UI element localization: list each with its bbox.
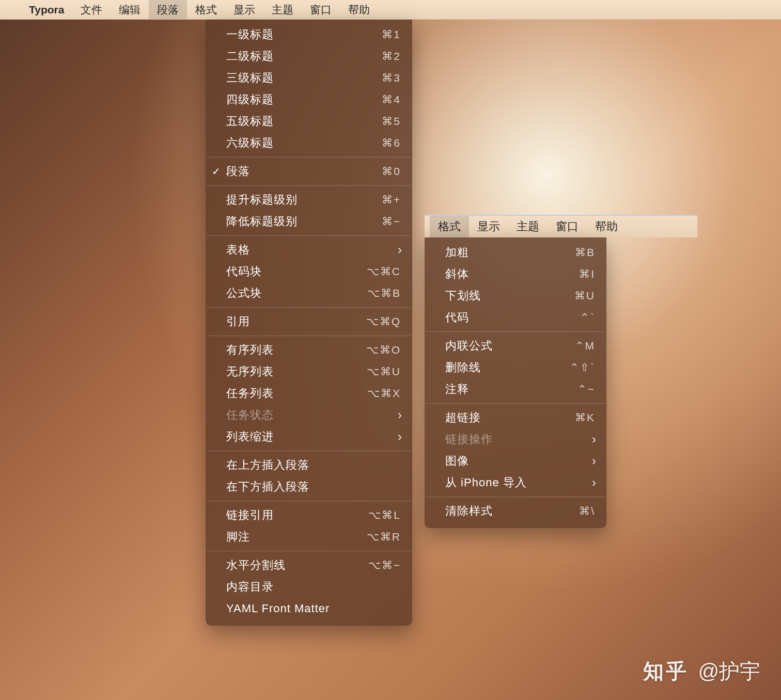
paragraph-menu-item[interactable]: 三级标题⌘3 [206,67,412,89]
paragraph-menu-item-label: 在下方插入段落 [226,479,401,495]
check-icon: ✓ [212,165,221,178]
format-menu-separator [426,403,605,404]
paragraph-menu-item[interactable]: 列表缩进 [206,426,412,448]
shortcut-label: ⌘1 [382,28,401,41]
paragraph-menu-item[interactable]: 水平分割线⌥⌘− [206,554,412,576]
shortcut-label: ⌃⇧` [570,361,595,374]
mini-menubar-item-help[interactable]: 帮助 [587,216,626,237]
paragraph-menu-item-label: 脚注 [226,529,367,545]
format-menu-item-label: 内联公式 [445,338,575,354]
watermark: 知乎 @护宇 [643,657,760,686]
paragraph-menu-item-label: 提升标题级别 [226,192,382,208]
format-menu-item[interactable]: 图像 [425,450,606,472]
paragraph-menu-item[interactable]: 四级标题⌘4 [206,89,412,110]
paragraph-menu-item[interactable]: 六级标题⌘6 [206,132,412,154]
shortcut-label: ⌥⌘C [367,265,401,278]
shortcut-label: ⌥⌘X [367,387,401,400]
paragraph-menu-separator [207,235,411,236]
paragraph-menu-item[interactable]: ✓段落⌘0 [206,161,412,182]
paragraph-menu-item[interactable]: 脚注⌥⌘R [206,526,412,548]
format-menu-item-label: 清除样式 [445,503,579,519]
mini-menubar-item-format[interactable]: 格式 [430,216,469,237]
watermark-author: @护宇 [698,657,760,686]
paragraph-menu-item-label: 三级标题 [226,70,382,86]
paragraph-menu-item[interactable]: 有序列表⌥⌘O [206,339,412,361]
format-menu-item-label: 加粗 [445,245,575,260]
paragraph-menu-item[interactable]: 在下方插入段落 [206,476,412,498]
paragraph-menu-item-label: 水平分割线 [226,558,368,573]
paragraph-menu-item[interactable]: 内容目录 [206,576,412,598]
format-menu-separator [426,331,605,332]
format-menu-item-label: 从 iPhone 导入 [445,475,595,490]
paragraph-menu-item-label: 引用 [226,314,366,329]
paragraph-menu-item-label: 任务状态 [226,407,401,423]
menubar-item-file[interactable]: 文件 [72,0,111,19]
menubar-item-paragraph[interactable]: 段落 [149,0,187,19]
shortcut-label: ⌘3 [382,72,401,84]
paragraph-menu-item-label: 二级标题 [226,49,382,64]
format-menu-item-label: 删除线 [445,360,570,375]
paragraph-menu-item-label: 五级标题 [226,114,382,129]
paragraph-menu-item-label: 段落 [226,164,382,179]
paragraph-menu-item[interactable]: 在上方插入段落 [206,454,412,476]
paragraph-menu-item-label: 降低标题级别 [226,214,382,229]
format-menu-item[interactable]: 超链接⌘K [425,407,606,428]
paragraph-menu-item-label: 列表缩进 [226,429,401,444]
paragraph-menu-item: 任务状态 [206,404,412,426]
mini-menubar-item-window[interactable]: 窗口 [548,216,587,237]
menubar-item-edit[interactable]: 编辑 [111,0,149,19]
format-menu-item-label: 图像 [445,453,595,469]
menubar-app-name[interactable]: Typora [21,0,72,19]
shortcut-label: ⌥⌘B [367,287,401,299]
menubar-item-format[interactable]: 格式 [187,0,225,19]
shortcut-label: ⌘I [579,268,595,280]
paragraph-menu-item-label: 链接引用 [226,507,368,523]
paragraph-menu-item[interactable]: 无序列表⌥⌘U [206,361,412,383]
watermark-brand: 知乎 [643,657,689,686]
format-menu-item[interactable]: 清除样式⌘\ [425,500,606,522]
format-menu-item[interactable]: 代码⌃` [425,307,606,328]
paragraph-menu-item-label: 公式块 [226,285,367,301]
format-menu-item-label: 斜体 [445,266,579,282]
paragraph-menu-item[interactable]: 代码块⌥⌘C [206,261,412,282]
paragraph-menu-item[interactable]: 公式块⌥⌘B [206,282,412,304]
paragraph-menu-item[interactable]: 降低标题级别⌘− [206,211,412,232]
menubar-item-theme[interactable]: 主题 [263,0,302,19]
format-menu-item[interactable]: 下划线⌘U [425,285,606,307]
paragraph-menu-item[interactable]: 五级标题⌘5 [206,110,412,132]
shortcut-label: ⌘+ [382,194,401,206]
shortcut-label: ⌘4 [382,93,401,106]
format-menu-item[interactable]: 删除线⌃⇧` [425,357,606,378]
paragraph-menu-separator [207,451,411,451]
format-menu-item[interactable]: 斜体⌘I [425,263,606,285]
format-menu-item[interactable]: 注释⌃− [425,378,606,400]
paragraph-menu-item-label: 在上方插入段落 [226,457,401,473]
paragraph-menu-item[interactable]: 引用⌥⌘Q [206,311,412,332]
paragraph-menu-item[interactable]: 一级标题⌘1 [206,24,412,45]
shortcut-label: ⌥⌘− [368,559,401,571]
paragraph-menu-item[interactable]: YAML Front Matter [206,598,412,619]
paragraph-menu-item[interactable]: 二级标题⌘2 [206,45,412,67]
shortcut-label: ⌥⌘U [367,365,401,378]
mini-menubar-item-theme[interactable]: 主题 [508,216,548,237]
menubar-item-window[interactable]: 窗口 [302,0,340,19]
paragraph-menu-item-label: 有序列表 [226,342,366,358]
paragraph-menu-item-label: 内容目录 [226,579,401,595]
paragraph-menu-item[interactable]: 链接引用⌥⌘L [206,504,412,526]
paragraph-menu-item[interactable]: 表格 [206,239,412,261]
format-menu-separator [426,497,605,497]
mini-menubar: 格式 显示 主题 窗口 帮助 [425,215,697,237]
paragraph-menu-item-label: 代码块 [226,264,367,279]
paragraph-menu-item[interactable]: 任务列表⌥⌘X [206,383,412,404]
mini-menubar-item-view[interactable]: 显示 [469,216,508,237]
shortcut-label: ⌘0 [382,165,401,178]
format-menu-item[interactable]: 从 iPhone 导入 [425,472,606,494]
paragraph-menu-item[interactable]: 提升标题级别⌘+ [206,189,412,211]
menubar-item-view[interactable]: 显示 [225,0,263,19]
format-menu-item[interactable]: 内联公式⌃M [425,335,606,357]
shortcut-label: ⌥⌘L [368,509,401,521]
menubar-item-help[interactable]: 帮助 [340,0,378,19]
format-menu-item-label: 超链接 [445,410,575,425]
format-menu-item[interactable]: 加粗⌘B [425,242,606,263]
shortcut-label: ⌘\ [579,505,595,517]
